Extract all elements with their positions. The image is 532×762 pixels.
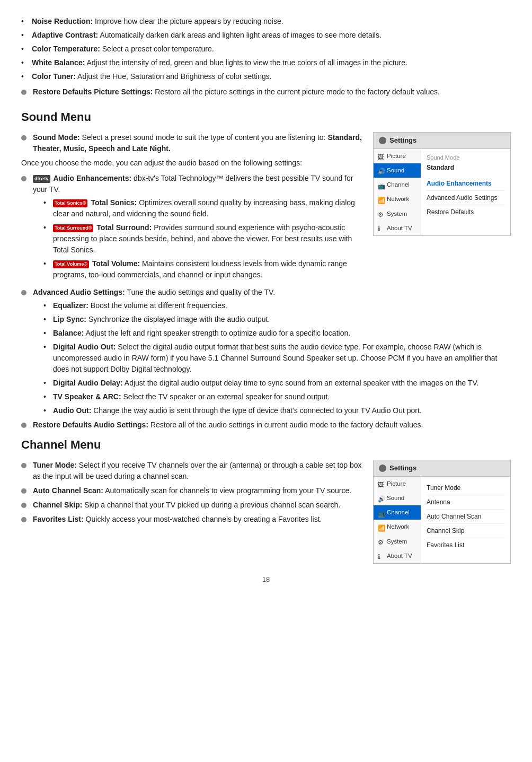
sound-once-text: Once you choose the mode, you can adjust… xyxy=(21,157,362,169)
total-surround-item: Total Surround® Total Surround: Provides… xyxy=(43,222,362,256)
ch-sound-icon: 🔊 xyxy=(378,495,384,501)
gear-icon-channel xyxy=(379,465,386,472)
total-sonics-item: Total Sonics® Total Sonics: Optimizes ov… xyxy=(43,197,362,220)
dbx-badge: dbx·tv xyxy=(33,175,50,183)
channel-settings-titlebar: Settings xyxy=(374,460,510,477)
ch-sidebar-item-network[interactable]: 📶 Network xyxy=(374,520,421,534)
intro-bullet-list: Noise Reduction: Improve how clear the p… xyxy=(21,16,511,82)
ch-sidebar-item-channel[interactable]: 📺 Channel xyxy=(374,505,421,520)
sidebar-item-about[interactable]: ℹ About TV xyxy=(374,221,421,235)
channel-icon: 📺 xyxy=(378,182,384,188)
ch-sidebar-item-about[interactable]: ℹ About TV xyxy=(374,549,421,563)
sound-menu-item-advanced-audio[interactable]: Advanced Audio Settings xyxy=(427,191,505,205)
audio-enhancements-term: Audio Enhancements: xyxy=(53,174,131,182)
ch-sidebar-item-system[interactable]: ⚙ System xyxy=(374,535,421,549)
ch-sidebar-about-label: About TV xyxy=(387,551,412,560)
color-temp-text: Select a preset color temperature. xyxy=(102,45,214,53)
channel-settings-box: Settings 🖼 Picture 🔊 Sound 📺 Channel xyxy=(373,460,511,564)
channel-menu-section: Tuner Mode: Select if you receive TV cha… xyxy=(21,460,511,564)
noise-reduction-text: Improve how clear the picture appears by… xyxy=(95,17,283,25)
noise-reduction-item: Noise Reduction: Improve how clear the p… xyxy=(21,16,511,27)
white-balance-term: White Balance: xyxy=(32,58,85,67)
total-surround-term: Total Surround: xyxy=(96,223,152,232)
sidebar-item-channel[interactable]: 📺 Channel xyxy=(374,178,421,192)
page-number: 18 xyxy=(21,574,511,585)
sidebar-item-system[interactable]: ⚙ System xyxy=(374,207,421,221)
sidebar-sound-label: Sound xyxy=(387,166,404,175)
channel-settings-content: Tuner Mode Antenna Auto Channel Scan Cha… xyxy=(421,477,510,564)
favorites-list-text: Quickly access your most-watched channel… xyxy=(86,515,322,523)
channel-skip-text: Skip a channel that your TV picked up du… xyxy=(84,501,340,509)
restore-picture-term: Restore Defaults Picture Settings: xyxy=(33,87,153,96)
tuner-mode-item: Tuner Mode: Select if you receive TV cha… xyxy=(21,460,362,482)
restore-audio-item: Restore Defaults Audio Settings: Restore… xyxy=(21,419,511,431)
advanced-audio-term: Advanced Audio Settings: xyxy=(33,288,125,296)
sidebar-item-network[interactable]: 📶 Network xyxy=(374,192,421,206)
advanced-audio-item: Advanced Audio Settings: Tune the audio … xyxy=(21,287,511,416)
adaptive-contrast-item: Adaptive Contrast: Automatically darken … xyxy=(21,30,511,41)
restore-audio-term: Restore Defaults Audio Settings: xyxy=(33,421,148,429)
white-balance-text: Adjust the intensity of red, green and b… xyxy=(86,58,407,67)
sound-mode-list: Sound Mode: Select a preset sound mode t… xyxy=(21,132,362,154)
sidebar-channel-label: Channel xyxy=(387,180,410,189)
ch-sidebar-sound-label: Sound xyxy=(387,494,404,503)
color-tuner-item: Color Tuner: Adjust the Hue, Saturation … xyxy=(21,71,511,82)
total-volume-item: Total Volume® Total Volume: Maintains co… xyxy=(43,258,362,281)
ch-network-icon: 📶 xyxy=(378,524,384,530)
adaptive-contrast-term: Adaptive Contrast: xyxy=(32,31,98,39)
auto-channel-scan-text: Automatically scan for channels to view … xyxy=(105,486,351,495)
ch-sidebar-item-sound[interactable]: 🔊 Sound xyxy=(374,491,421,505)
sound-settings-title: Settings xyxy=(389,135,416,146)
sidebar-item-picture[interactable]: 🖼 Picture xyxy=(374,149,421,163)
ch-picture-icon: 🖼 xyxy=(378,480,384,487)
sound-mode-text: Select a preset sound mode to suit the t… xyxy=(82,133,326,142)
sound-menu-text-col: Sound Mode: Select a preset sound mode t… xyxy=(21,132,362,284)
channel-menu-text-col: Tuner Mode: Select if you receive TV cha… xyxy=(21,460,362,528)
sound-mode-item: Sound Mode: Select a preset sound mode t… xyxy=(21,132,362,154)
ch-menu-item-antenna[interactable]: Antenna xyxy=(427,495,505,510)
restore-audio-list: Restore Defaults Audio Settings: Restore… xyxy=(21,419,511,431)
ch-channel-icon: 📺 xyxy=(378,510,384,516)
tuner-mode-text: Select if you receive TV channels over t… xyxy=(33,461,361,480)
sidebar-item-sound[interactable]: 🔊 Sound xyxy=(374,163,421,178)
digital-audio-out-text: Select the digital audio output format t… xyxy=(53,343,497,373)
channel-settings-body: 🖼 Picture 🔊 Sound 📺 Channel 📶 Network xyxy=(374,477,510,564)
lip-sync-text: Synchronize the displayed image with the… xyxy=(88,315,270,323)
sound-settings-content: Sound Mode Standard Audio Enhancements A… xyxy=(421,149,510,236)
digital-audio-delay-item: Digital Audio Delay: Adjust the digital … xyxy=(43,378,511,389)
sound-content-title: Sound Mode xyxy=(427,153,505,162)
channel-menu-heading: Channel Menu xyxy=(21,436,511,453)
sound-settings-titlebar: Settings xyxy=(374,133,510,149)
sound-content-value: Standard xyxy=(427,163,505,172)
equalizer-text: Boost the volume at different frequencie… xyxy=(91,301,227,310)
balance-text: Adjust the left and right speaker streng… xyxy=(85,329,350,337)
advanced-audio-text: Tune the audio settings and quality of t… xyxy=(127,288,275,296)
tv-speaker-arc-text: Select the TV speaker or an external spe… xyxy=(123,392,330,401)
sound-mode-term: Sound Mode: xyxy=(33,133,80,142)
digital-audio-delay-text: Adjust the digital audio output delay ti… xyxy=(125,379,479,387)
sound-icon: 🔊 xyxy=(378,167,384,173)
ch-menu-item-channel-skip[interactable]: Channel Skip xyxy=(427,524,505,538)
ch-menu-item-tuner-mode[interactable]: Tuner Mode xyxy=(427,481,505,495)
network-icon: 📶 xyxy=(378,196,384,203)
ch-system-icon: ⚙ xyxy=(378,538,384,545)
ch-menu-item-auto-scan[interactable]: Auto Channel Scan xyxy=(427,510,505,524)
audio-enhancements-sub-list: Total Sonics® Total Sonics: Optimizes ov… xyxy=(33,197,362,281)
sound-menu-item-audio-enhancements[interactable]: Audio Enhancements xyxy=(427,177,505,191)
ch-sidebar-system-label: System xyxy=(387,537,407,546)
color-tuner-term: Color Tuner: xyxy=(32,72,76,81)
ch-sidebar-item-picture[interactable]: 🖼 Picture xyxy=(374,477,421,491)
total-volume-badge: Total Volume® xyxy=(53,260,89,269)
audio-enhancements-list: dbx·tv Audio Enhancements: dbx-tv's Tota… xyxy=(21,173,362,281)
ch-menu-item-favorites[interactable]: Favorites List xyxy=(427,538,505,552)
channel-items-list: Tuner Mode: Select if you receive TV cha… xyxy=(21,460,362,525)
ch-about-icon: ℹ xyxy=(378,553,384,559)
audio-out-item: Audio Out: Change the way audio is sent … xyxy=(43,405,511,416)
digital-audio-out-term: Digital Audio Out: xyxy=(53,343,116,351)
about-icon: ℹ xyxy=(378,225,384,231)
auto-channel-scan-term: Auto Channel Scan: xyxy=(33,486,103,495)
sound-menu-item-restore[interactable]: Restore Defaults xyxy=(427,205,505,219)
sound-settings-body: 🖼 Picture 🔊 Sound 📺 Channel 📶 Network xyxy=(374,149,510,236)
advanced-audio-list: Advanced Audio Settings: Tune the audio … xyxy=(21,287,511,416)
balance-item: Balance: Adjust the left and right speak… xyxy=(43,328,511,339)
